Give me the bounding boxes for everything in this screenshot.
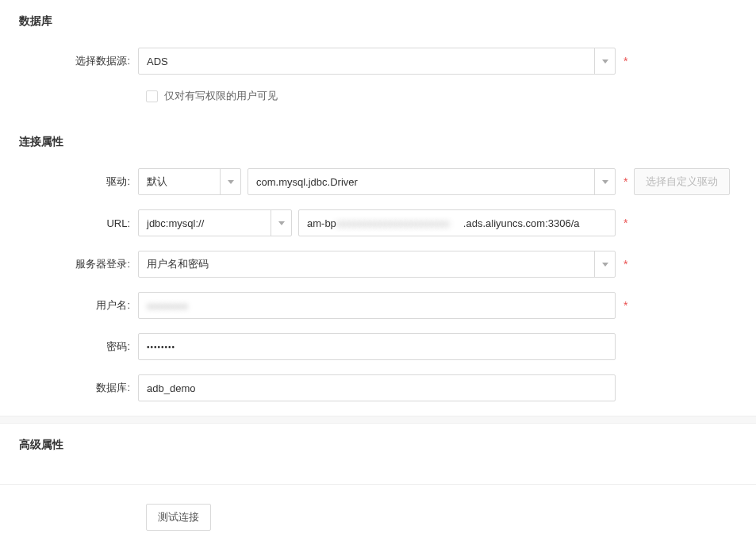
database-section-title: 数据库 — [19, 14, 737, 29]
data-source-row: 选择数据源: ADS * — [19, 48, 737, 75]
server-login-value: 用户名和密码 — [147, 257, 209, 271]
password-input[interactable]: •••••••• — [138, 333, 616, 360]
driver-class-select[interactable]: com.mysql.jdbc.Driver — [248, 168, 616, 195]
data-source-value: ADS — [147, 56, 168, 67]
server-login-label: 服务器登录: — [19, 257, 138, 271]
conn-props-title: 连接属性 — [19, 135, 737, 149]
data-source-label: 选择数据源: — [19, 54, 138, 68]
url-host-redacted: xxxxxxxxxxxxxxxxxxxxxx — [336, 217, 463, 229]
url-prefix-value: jdbc:mysql:// — [147, 217, 204, 229]
required-marker: * — [624, 175, 627, 188]
test-connection-button[interactable]: 测试连接 — [146, 504, 211, 531]
required-marker: * — [624, 299, 627, 312]
password-label: 密码: — [19, 340, 138, 354]
connection-props-section: 连接属性 驱动: 默认 com.mysql.jdbc.Driver * 选择自定… — [0, 121, 756, 416]
server-login-select[interactable]: 用户名和密码 — [138, 251, 616, 278]
visibility-row: 仅对有写权限的用户可见 — [146, 89, 737, 103]
url-label: URL: — [19, 217, 138, 229]
advanced-section: 高级属性 — [0, 424, 756, 484]
driver-label: 驱动: — [19, 175, 138, 189]
url-row: URL: jdbc:mysql:// am-bpxxxxxxxxxxxxxxxx… — [19, 209, 737, 236]
username-value: xxxxxxxx — [147, 300, 188, 312]
driver-mode-value: 默认 — [147, 175, 167, 189]
advanced-section-title: 高级属性 — [19, 438, 737, 452]
required-marker: * — [624, 217, 627, 229]
database-input[interactable] — [138, 374, 616, 401]
database-section: 数据库 选择数据源: ADS * 仅对有写权限的用户可见 — [0, 0, 756, 121]
username-row: 用户名: xxxxxxxx * — [19, 292, 737, 319]
custom-driver-button[interactable]: 选择自定义驱动 — [634, 168, 730, 195]
url-host-suffix: .ads.aliyuncs.com:3306/a — [463, 217, 580, 229]
chevron-down-icon — [594, 169, 615, 194]
driver-mode-select[interactable]: 默认 — [138, 168, 241, 195]
chevron-down-icon — [271, 210, 291, 236]
data-source-select[interactable]: ADS — [138, 48, 616, 75]
chevron-down-icon — [220, 169, 240, 194]
password-value: •••••••• — [147, 343, 175, 351]
driver-row: 驱动: 默认 com.mysql.jdbc.Driver * 选择自定义驱动 — [19, 168, 737, 195]
url-host-input[interactable]: am-bpxxxxxxxxxxxxxxxxxxxxxx.ads.aliyuncs… — [298, 209, 616, 236]
footer-section: 测试连接 — [0, 484, 756, 543]
username-input[interactable]: xxxxxxxx — [138, 292, 616, 319]
section-divider — [0, 416, 756, 424]
driver-class-value: com.mysql.jdbc.Driver — [256, 176, 358, 188]
username-label: 用户名: — [19, 298, 138, 313]
visibility-checkbox[interactable] — [146, 90, 158, 102]
required-marker: * — [624, 55, 627, 67]
password-row: 密码: •••••••• — [19, 333, 737, 360]
required-marker: * — [624, 258, 627, 271]
database-label: 数据库: — [19, 381, 138, 395]
chevron-down-icon — [594, 48, 615, 74]
visibility-label: 仅对有写权限的用户可见 — [164, 89, 278, 103]
url-host-prefix: am-bp — [307, 217, 336, 229]
url-prefix-select[interactable]: jdbc:mysql:// — [138, 209, 292, 236]
database-row: 数据库: — [19, 374, 737, 401]
chevron-down-icon — [594, 251, 615, 277]
server-login-row: 服务器登录: 用户名和密码 * — [19, 251, 737, 278]
